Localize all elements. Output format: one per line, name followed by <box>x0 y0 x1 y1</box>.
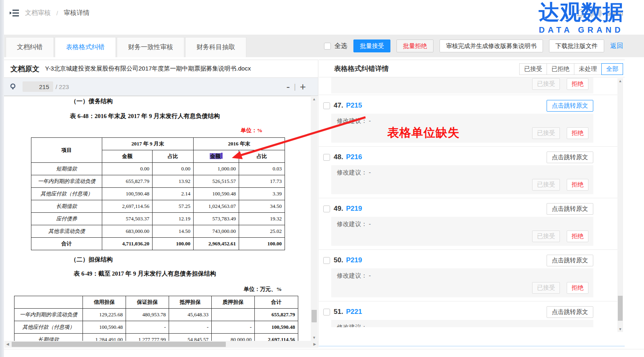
item-index: 50. <box>334 256 343 264</box>
table-cell: 0.00 <box>102 163 153 175</box>
zoom-out-button[interactable]: - <box>286 81 290 92</box>
scroll-down-arrow[interactable]: ▼ <box>617 326 623 332</box>
scrollbar-thumb[interactable] <box>312 310 317 322</box>
zoom-separator: | <box>294 83 296 91</box>
document-filename: Y-3北京城建投资发展股份有限公司2017年度第一期中期票据募集说明书.docx <box>45 65 251 73</box>
tab-1[interactable]: 文档纠错 <box>6 37 54 57</box>
table-cell: 1,277,777.99 <box>126 334 169 341</box>
table-cell: 45,648.33 <box>169 309 212 321</box>
scrollbar-thumb[interactable] <box>618 296 623 321</box>
jump-to-source-button[interactable]: 点击跳转原文 <box>547 255 593 266</box>
jump-to-source-button[interactable]: 点击跳转原文 <box>547 203 593 215</box>
breadcrumb-item-parent[interactable]: 文档审核 <box>25 9 51 17</box>
batch-accept-button[interactable]: 批量接受 <box>353 39 390 52</box>
filter-button-3[interactable]: 未处理 <box>574 63 602 75</box>
corrections-vertical-scrollbar[interactable]: ▲ ▼ <box>617 78 623 332</box>
table-cell: 13.92 <box>153 175 194 188</box>
zoom-controls: - | + <box>286 81 312 92</box>
filter-button-1[interactable]: 已接受 <box>519 63 547 75</box>
corrections-panel-header: 表格格式纠错详情 已接受已拒绝未处理全部 <box>319 60 625 77</box>
item-checkbox[interactable] <box>323 154 330 161</box>
table-cell: 683,000.00 <box>102 225 153 238</box>
table-cell: 57.25 <box>153 200 194 213</box>
search-icon[interactable] <box>10 83 17 90</box>
scrollbar-thumb[interactable] <box>12 342 226 347</box>
suggestion-value: - <box>367 117 371 124</box>
item-checkbox[interactable] <box>323 205 330 212</box>
highlighted-cell-text: 金额 <box>210 153 221 159</box>
menu-fold-icon[interactable] <box>10 9 19 17</box>
table-cell: 1,024,563.07 <box>194 200 239 213</box>
suggestion-value: - <box>367 169 371 176</box>
table-subheader-cell: 金额 <box>102 150 153 163</box>
item-page-link[interactable]: P216 <box>346 153 362 161</box>
zoom-in-button[interactable]: + <box>300 81 306 92</box>
table-row: 其他应付款（付息项）100,590.48---100,590.48 <box>14 321 298 334</box>
table-cell: 0.00 <box>153 163 194 175</box>
document-horizontal-scrollbar[interactable]: ◀ ▶ <box>4 341 318 348</box>
table-row-label: 长期借款 <box>31 200 102 213</box>
back-link[interactable]: 返回 <box>610 42 623 50</box>
jump-to-source-button[interactable]: 点击跳转原文 <box>547 100 593 112</box>
table-cell: 100,590.48 <box>255 321 298 334</box>
reject-button[interactable]: 拒绝 <box>567 230 588 242</box>
jump-to-source-button[interactable]: 点击跳转原文 <box>547 152 593 163</box>
reject-button[interactable]: 拒绝 <box>567 78 588 90</box>
accepted-button[interactable]: 已接受 <box>532 179 560 191</box>
reject-button[interactable]: 拒绝 <box>567 282 588 294</box>
scroll-down-arrow[interactable]: ▼ <box>311 334 318 341</box>
table-row-label: 合计 <box>31 238 102 250</box>
accepted-button[interactable]: 已接受 <box>532 282 560 294</box>
filter-button-2[interactable]: 已拒绝 <box>547 63 574 75</box>
table-cell: - <box>126 321 169 334</box>
table-row: 应付债券574,503.3712.19573,783.4919.32 <box>31 213 285 225</box>
table-header-cell: 合计 <box>255 296 298 309</box>
download-annotated-button[interactable]: 下载批注版文件 <box>549 39 604 52</box>
correction-item-header: 51.P221点击跳转原文 <box>323 306 593 318</box>
collapsed-sidebar-rail[interactable] <box>0 0 4 357</box>
item-checkbox[interactable] <box>323 309 330 315</box>
item-page-link[interactable]: P221 <box>346 308 362 316</box>
select-all-checkbox[interactable] <box>324 43 331 50</box>
tab-3[interactable]: 财务一致性审核 <box>117 37 184 57</box>
document-panel-header: 文档原文 Y-3北京城建投资发展股份有限公司2017年度第一期中期票据募集说明书… <box>4 60 318 77</box>
guarantee-structure-table: 信用担保保证担保抵押担保质押担保合计一年内到期的非流动负债129,225.684… <box>14 296 298 341</box>
tab-2[interactable]: 表格格式纠错 <box>55 37 116 57</box>
document-vertical-scrollbar[interactable]: ▲ ▼ <box>311 96 318 341</box>
suggestion-line: 修改建议： - <box>337 324 371 327</box>
reject-button[interactable]: 拒绝 <box>567 127 588 139</box>
scroll-right-arrow[interactable]: ▶ <box>312 341 318 348</box>
breadcrumb-item-current: 审核详情 <box>64 9 89 17</box>
table-cell: 129,225.68 <box>83 309 126 321</box>
item-page-link[interactable]: P219 <box>346 205 362 213</box>
table-cell: 100,590.48 <box>102 188 153 200</box>
item-checkbox[interactable] <box>323 257 330 264</box>
page-number-input[interactable] <box>23 81 53 92</box>
table-header-cell: 抵押担保 <box>169 296 212 309</box>
jump-to-source-button[interactable]: 点击跳转原文 <box>547 306 593 318</box>
reject-button[interactable]: 拒绝 <box>567 179 588 191</box>
correction-item-P219: 49.P219点击跳转原文修改建议： -已接受拒绝 <box>319 198 617 250</box>
scroll-left-arrow[interactable]: ◀ <box>4 341 11 348</box>
table-cell: 480,953.78 <box>126 309 169 321</box>
finish-generate-button[interactable]: 审核完成并生成修改版募集说明书 <box>440 39 543 52</box>
accepted-button[interactable]: 已接受 <box>532 230 560 242</box>
item-page-link[interactable]: P219 <box>346 256 362 264</box>
scroll-up-arrow[interactable]: ▲ <box>617 78 623 84</box>
table-row-label: 短期借款 <box>31 163 102 175</box>
table-subheader-cell: 占比 <box>153 150 194 163</box>
table-row: 短期借款0.000.001,000.000.03 <box>31 163 285 175</box>
table-subheader-cell: 占比 <box>239 150 285 163</box>
table-cell: 743,000.00 <box>194 225 239 238</box>
batch-reject-button[interactable]: 批量拒绝 <box>396 39 433 52</box>
accepted-button[interactable]: 已接受 <box>532 127 560 139</box>
item-page-link[interactable]: P215 <box>346 102 362 110</box>
item-actions: 已接受拒绝 <box>532 127 588 139</box>
accepted-button[interactable]: 已接受 <box>532 78 560 90</box>
brand-logo: 达观数据 DATA GRAND <box>538 2 625 34</box>
tab-4[interactable]: 财务科目抽取 <box>185 37 246 57</box>
page: 文档审核 / 审核详情 admin 达观数据 DATA GRAND 文档纠错表格… <box>0 0 644 357</box>
item-checkbox[interactable] <box>323 102 330 109</box>
filter-button-4[interactable]: 全部 <box>601 63 623 75</box>
scroll-up-arrow[interactable]: ▲ <box>311 96 318 102</box>
